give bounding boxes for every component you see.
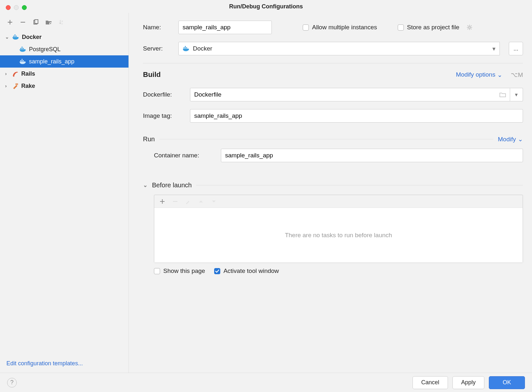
before-launch-toolbar (154, 195, 523, 208)
browse-server-button[interactable]: ... (509, 42, 523, 55)
show-page-checkbox[interactable]: Show this page (154, 267, 205, 275)
copy-icon[interactable] (32, 19, 39, 26)
add-icon[interactable] (159, 198, 166, 205)
dockerfile-label: Dockerfile: (143, 91, 184, 98)
svg-rect-10 (22, 48, 23, 49)
checkbox-icon (303, 24, 309, 31)
chevron-down-icon: ▾ (515, 91, 518, 98)
chevron-down-icon: ▾ (492, 45, 496, 52)
server-value: Docker (193, 45, 212, 52)
sidebar: az Docker PostgreSQL sample_rails_app Ra… (0, 13, 129, 373)
cancel-button[interactable]: Cancel (413, 376, 448, 389)
svg-rect-9 (20, 48, 21, 49)
expand-icon[interactable]: ⌄ (143, 182, 147, 189)
checkbox-label: Store as project file (407, 24, 460, 31)
container-name-input[interactable] (221, 149, 523, 162)
run-section-title: Run (143, 135, 155, 143)
dockerfile-input[interactable] (190, 88, 510, 101)
name-input[interactable] (178, 21, 272, 34)
svg-rect-7 (14, 34, 15, 35)
docker-icon (12, 34, 19, 40)
svg-rect-14 (22, 60, 23, 61)
svg-rect-11 (22, 47, 23, 48)
checkbox-icon (154, 268, 160, 274)
svg-point-17 (469, 26, 470, 28)
tree-node-sample-rails-app[interactable]: sample_rails_app (0, 55, 128, 68)
image-tag-label: Image tag: (143, 112, 184, 119)
folder-icon[interactable] (499, 92, 506, 97)
tree-label: PostgreSQL (29, 46, 61, 53)
svg-text:z: z (62, 22, 63, 25)
remove-icon (172, 198, 179, 205)
dockerfile-dropdown-button[interactable]: ▾ (510, 88, 523, 101)
apply-button[interactable]: Apply (452, 376, 484, 389)
window-controls (6, 5, 27, 10)
tree-label: sample_rails_app (29, 58, 74, 65)
rails-icon (12, 70, 19, 77)
server-label: Server: (143, 45, 173, 52)
name-label: Name: (143, 24, 173, 31)
svg-rect-18 (184, 47, 185, 48)
svg-rect-16 (23, 60, 24, 61)
before-launch-empty: There are no tasks to run before launch (154, 208, 523, 263)
config-tree: Docker PostgreSQL sample_rails_app Rails… (0, 30, 128, 93)
sort-icon[interactable]: az (58, 19, 65, 26)
window-title: Run/Debug Configurations (4, 3, 528, 10)
svg-rect-6 (14, 36, 15, 37)
ok-button[interactable]: OK (489, 376, 525, 389)
chevron-down-icon: ⌄ (497, 71, 502, 79)
close-window-icon[interactable] (6, 5, 11, 10)
store-as-checkbox[interactable]: Store as project file (398, 24, 460, 31)
edit-icon (185, 198, 192, 205)
tree-node-rails[interactable]: Rails (0, 68, 128, 80)
add-icon[interactable] (6, 19, 14, 26)
help-button[interactable]: ? (7, 378, 17, 387)
bottom-bar: ? Cancel Apply OK (0, 373, 532, 392)
svg-rect-21 (186, 47, 187, 48)
expand-icon[interactable] (5, 34, 10, 40)
tree-label: Docker (22, 34, 42, 41)
maximize-window-icon[interactable] (22, 5, 27, 10)
run-modify-link[interactable]: Modify ⌄ (498, 135, 523, 143)
build-section-title: Build (143, 70, 161, 79)
checkbox-label: Activate tool window (223, 267, 279, 275)
titlebar: Run/Debug Configurations (0, 0, 532, 13)
form-panel: Name: Allow multiple instances Store as … (129, 13, 532, 373)
tree-label: Rake (21, 83, 35, 89)
chevron-down-icon: ⌄ (518, 135, 523, 143)
checkbox-icon (214, 268, 220, 274)
svg-rect-8 (16, 36, 17, 37)
expand-icon[interactable] (5, 83, 10, 89)
minimize-window-icon[interactable] (14, 5, 19, 10)
image-tag-input[interactable] (190, 109, 523, 123)
sidebar-toolbar: az (0, 15, 128, 30)
before-launch-list: There are no tasks to run before launch (154, 195, 523, 263)
checkbox-label: Show this page (163, 267, 205, 275)
save-template-icon[interactable] (45, 19, 52, 26)
activate-tool-window-checkbox[interactable]: Activate tool window (214, 267, 279, 275)
server-dropdown[interactable]: Docker ▾ (178, 42, 500, 55)
docker-icon (183, 46, 190, 51)
docker-icon (19, 46, 26, 52)
shortcut-hint: ⌥M (511, 71, 523, 79)
move-down-icon (210, 198, 217, 205)
svg-rect-19 (185, 47, 186, 48)
expand-icon[interactable] (5, 71, 10, 76)
svg-rect-13 (20, 60, 21, 61)
before-launch-title: Before launch (152, 182, 192, 189)
allow-multiple-checkbox[interactable]: Allow multiple instances (303, 24, 377, 31)
tree-node-postgresql[interactable]: PostgreSQL (0, 43, 128, 55)
gear-icon[interactable] (466, 24, 473, 31)
svg-rect-12 (23, 48, 24, 49)
tree-node-docker[interactable]: Docker (0, 31, 128, 43)
modify-options-link[interactable]: Modify options ⌄ (456, 71, 503, 79)
tree-node-rake[interactable]: Rake (0, 80, 128, 92)
remove-icon[interactable] (19, 19, 26, 26)
move-up-icon (197, 198, 204, 205)
rake-icon (12, 83, 19, 89)
checkbox-icon (398, 24, 404, 31)
svg-rect-1 (35, 20, 38, 23)
docker-icon (19, 59, 26, 64)
tree-label: Rails (21, 70, 35, 77)
edit-templates-link[interactable]: Edit configuration templates... (6, 360, 128, 367)
